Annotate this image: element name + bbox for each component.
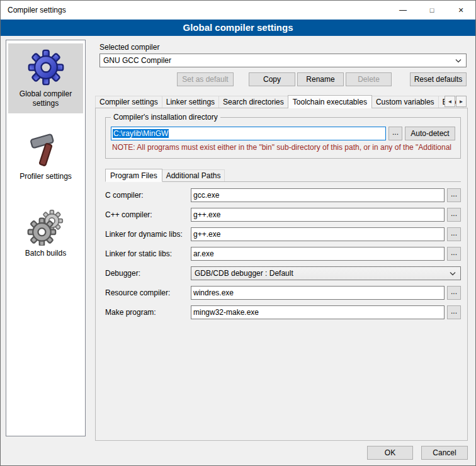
tab-scroll-right-icon[interactable]: ►: [456, 96, 467, 107]
window-controls: — □ ✕: [388, 1, 475, 20]
field-row-c-compiler: C compiler: ...: [105, 188, 461, 202]
program-tabs: Program Files Additional Paths: [105, 169, 461, 182]
install-directory-group-title: Compiler's installation directory: [111, 113, 220, 122]
debugger-label: Debugger:: [105, 269, 191, 278]
cpp-compiler-input[interactable]: [191, 208, 445, 222]
cpp-compiler-label: C++ compiler:: [105, 210, 191, 219]
sidebar-item-label: Profiler settings: [8, 172, 83, 181]
make-program-input[interactable]: [191, 305, 445, 319]
make-program-label: Make program:: [105, 308, 191, 317]
install-directory-group: Compiler's installation directory C:\ray…: [105, 117, 461, 159]
c-compiler-input[interactable]: [191, 188, 445, 202]
chevron-down-icon: [450, 272, 456, 276]
gray-gears-icon: [27, 208, 65, 246]
rename-button[interactable]: Rename: [297, 72, 344, 86]
selected-path-text: C:\raylib\MinGW: [113, 129, 169, 138]
window-title: Compiler settings: [1, 6, 66, 14]
sidebar-item-global-compiler-settings[interactable]: Global compiler settings: [8, 43, 83, 113]
install-directory-row: C:\raylib\MinGW ... Auto-detect: [111, 127, 455, 140]
sidebar-item-label: Global compiler settings: [8, 89, 83, 108]
compiler-settings-dialog: Compiler settings — □ ✕ Global compiler …: [0, 0, 476, 466]
close-icon[interactable]: ✕: [446, 1, 475, 20]
compiler-actions: Set as default Copy Rename Delete Reset …: [92, 72, 472, 86]
cancel-button[interactable]: Cancel: [421, 446, 468, 460]
field-row-debugger: Debugger: GDB/CDB debugger : Default: [105, 266, 461, 280]
linker-static-input[interactable]: [191, 247, 445, 261]
maximize-icon[interactable]: □: [417, 1, 446, 20]
cpp-compiler-browse-button[interactable]: ...: [447, 208, 461, 222]
debugger-select[interactable]: GDB/CDB debugger : Default: [191, 266, 461, 280]
linker-static-label: Linker for static libs:: [105, 249, 191, 258]
page-title: Global compiler settings: [1, 20, 475, 36]
tab-linker-settings[interactable]: Linker settings: [162, 96, 219, 108]
program-files-form: C compiler: ... C++ compiler: ... Linker…: [105, 188, 461, 319]
c-compiler-browse-button[interactable]: ...: [447, 188, 461, 202]
main-panel: Selected compiler GNU GCC Compiler Set a…: [92, 40, 472, 441]
tab-search-directories[interactable]: Search directories: [218, 96, 288, 108]
selected-compiler-value: GNU GCC Compiler: [103, 56, 171, 65]
make-program-browse-button[interactable]: ...: [447, 305, 461, 319]
install-dir-browse-button[interactable]: ...: [388, 127, 402, 140]
tab-scroll-buttons: ◄ ►: [444, 96, 467, 107]
reset-defaults-button[interactable]: Reset defaults: [410, 72, 467, 86]
settings-tabs: Compiler settings Linker settings Search…: [95, 94, 467, 108]
ok-button[interactable]: OK: [367, 446, 413, 460]
resource-compiler-browse-button[interactable]: ...: [447, 286, 461, 300]
copy-button[interactable]: Copy: [249, 72, 295, 86]
resource-compiler-label: Resource compiler:: [105, 288, 191, 297]
resource-compiler-input[interactable]: [191, 286, 445, 300]
tab-toolchain-executables[interactable]: Toolchain executables: [288, 95, 372, 108]
debugger-value: GDB/CDB debugger : Default: [195, 269, 293, 278]
linker-dynamic-input[interactable]: [191, 227, 445, 241]
c-compiler-label: C compiler:: [105, 191, 191, 200]
minimize-icon[interactable]: —: [388, 1, 417, 20]
blue-gear-icon: [27, 48, 65, 86]
toolchain-executables-page: Compiler's installation directory C:\ray…: [95, 108, 468, 441]
auto-detect-button[interactable]: Auto-detect: [405, 127, 455, 140]
subtab-program-files[interactable]: Program Files: [105, 169, 162, 182]
linker-dynamic-browse-button[interactable]: ...: [447, 227, 461, 241]
delete-button[interactable]: Delete: [346, 72, 392, 86]
subtab-additional-paths[interactable]: Additional Paths: [162, 169, 225, 181]
field-row-linker-static: Linker for static libs: ...: [105, 247, 461, 261]
tab-scroll-left-icon[interactable]: ◄: [445, 96, 455, 107]
hammer-icon: [28, 132, 64, 169]
sidebar-item-batch-builds[interactable]: Batch builds: [8, 203, 83, 263]
linker-dynamic-label: Linker for dynamic libs:: [105, 230, 191, 239]
note-text: NOTE: All programs must exist either in …: [112, 143, 455, 152]
title-bar[interactable]: Compiler settings — □ ✕: [1, 1, 475, 20]
field-row-linker-dynamic: Linker for dynamic libs: ...: [105, 227, 461, 241]
set-as-default-button[interactable]: Set as default: [177, 72, 234, 86]
dialog-footer: OK Cancel: [367, 446, 468, 460]
selected-compiler-select[interactable]: GNU GCC Compiler: [99, 54, 467, 67]
linker-static-browse-button[interactable]: ...: [447, 247, 461, 261]
sidebar-item-profiler-settings[interactable]: Profiler settings: [8, 127, 83, 186]
field-row-resource-compiler: Resource compiler: ...: [105, 286, 461, 300]
chevron-down-icon: [455, 59, 462, 63]
settings-category-list: Global compiler settings Profiler settin…: [6, 40, 86, 436]
install-directory-input[interactable]: C:\raylib\MinGW: [111, 127, 386, 140]
selected-compiler-label: Selected compiler: [99, 43, 472, 52]
field-row-make-program: Make program: ...: [105, 305, 461, 319]
tab-compiler-settings[interactable]: Compiler settings: [95, 96, 162, 108]
sidebar-item-label: Batch builds: [8, 249, 83, 258]
tab-custom-variables[interactable]: Custom variables: [371, 96, 439, 108]
field-row-cpp-compiler: C++ compiler: ...: [105, 208, 461, 222]
